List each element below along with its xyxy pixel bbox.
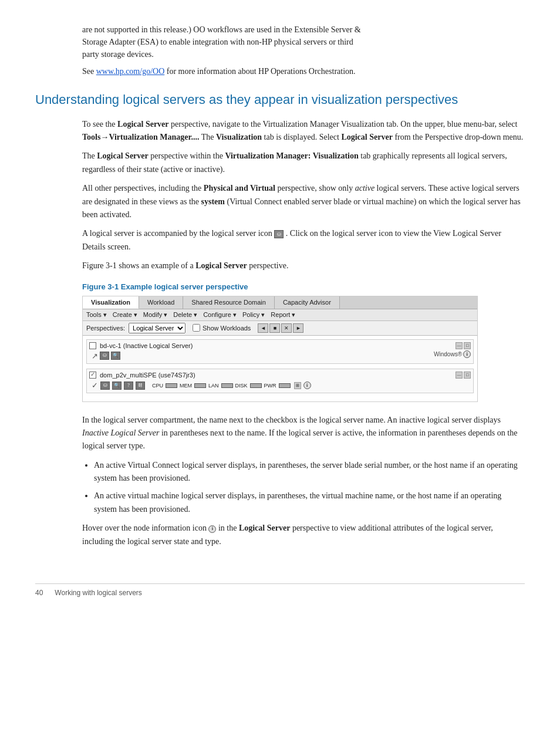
show-workloads-group: Show Workloads — [193, 324, 251, 332]
figure-caption: Figure 3-1 Example logical server perspe… — [82, 282, 478, 291]
tab-workload[interactable]: Workload — [139, 296, 183, 309]
cpu-label: CPU — [152, 383, 163, 389]
section-title: Understanding logical servers as they ap… — [35, 92, 525, 109]
server-2-right: — □ — [436, 372, 471, 379]
server-1-corner-btns: — □ — [456, 342, 471, 349]
lan-label: LAN — [208, 383, 219, 389]
footer-section: Working with logical servers — [55, 589, 142, 597]
figure-tab-bar: Visualization Workload Shared Resource D… — [83, 296, 477, 309]
resource-bar: CPU MEM LAN DISK PWR ⊞ i — [152, 382, 311, 389]
server-row-1: bd-vc-1 (Inactive Logical Server) ↗ ⛁ 🔍 … — [86, 339, 474, 364]
intro-line4-pre: See — [82, 67, 96, 76]
server-2-max-btn[interactable]: □ — [464, 372, 471, 379]
paragraph-3: All other perspectives, including the Ph… — [82, 182, 525, 221]
mem-label: MEM — [180, 383, 192, 389]
server-2-corner-btns: — □ — [456, 372, 471, 379]
nav-btn-4[interactable]: ► — [293, 323, 303, 333]
nav-btn-2[interactable]: ■ — [269, 323, 280, 333]
paragraph-2: The Logical Server perspective within th… — [82, 150, 525, 176]
tab-capacity-advisor[interactable]: Capacity Advisor — [275, 296, 340, 309]
server-2-bottom: ✓ ⛁ 🔍 ? ⛓ CPU MEM LAN DISK PWR — [89, 381, 436, 390]
disk-bar — [250, 383, 262, 388]
server-1-icons: ↗ ⛁ 🔍 — [89, 352, 434, 361]
perspective-bar: Perspectives: Logical Server Show Worklo… — [83, 321, 477, 336]
toolbar-modify[interactable]: Modify ▾ — [143, 311, 167, 319]
mem-bar — [194, 383, 206, 388]
nav-buttons: ◄ ■ ✕ ► — [258, 323, 303, 333]
hp-oo-link[interactable]: www.hp.com/go/OO — [96, 67, 165, 76]
toolbar-report[interactable]: Report ▾ — [271, 311, 295, 319]
intro-line4-post: for more information about HP Operations… — [164, 67, 355, 76]
info-icon-1[interactable]: i — [463, 350, 471, 358]
intro-link-line: See www.hp.com/go/OO for more informatio… — [82, 65, 525, 77]
bullet-list: An active Virtual Connect logical server… — [94, 459, 525, 517]
lan-bar — [221, 383, 233, 388]
tab-shared-resource-domain[interactable]: Shared Resource Domain — [183, 296, 275, 309]
show-workloads-checkbox[interactable] — [193, 324, 200, 332]
figure-toolbar: Tools ▾ Create ▾ Modify ▾ Delete ▾ Confi… — [83, 309, 477, 321]
diagonal-arrow-icon-1: ↗ — [92, 352, 98, 361]
toolbar-policy[interactable]: Policy ▾ — [242, 311, 265, 319]
bullet-1: An active Virtual Connect logical server… — [94, 459, 525, 485]
search-icon-1[interactable]: 🔍 — [111, 352, 120, 360]
server-2-checkbox[interactable] — [89, 372, 96, 379]
server-1-name: bd-vc-1 (Inactive Logical Server) — [100, 342, 193, 349]
question-icon-2[interactable]: ? — [124, 382, 133, 390]
server-row-2: dom_p2v_multiSPE (use74S7jr3) ✓ ⛁ 🔍 ? ⛓ … — [86, 369, 474, 393]
final-paragraph: Hover over the node information icon i i… — [82, 522, 525, 548]
server-2-min-btn[interactable]: — — [456, 372, 463, 379]
server-1-min-btn[interactable]: — — [456, 342, 463, 349]
checkmark-icon-2: ✓ — [92, 381, 98, 390]
toolbar-configure[interactable]: Configure ▾ — [203, 311, 237, 319]
show-workloads-label: Show Workloads — [203, 325, 251, 332]
disk-label: DISK — [235, 383, 248, 389]
server-1-checkbox[interactable] — [89, 342, 96, 349]
logical-server-icon-inline: ⛁ — [274, 230, 284, 238]
perspective-select[interactable]: Logical Server — [129, 323, 185, 333]
search-icon-2[interactable]: 🔍 — [112, 382, 122, 390]
server-icon-1[interactable]: ⛁ — [100, 352, 109, 360]
footer-page-number: 40 — [35, 589, 43, 597]
paragraph-1: To see the Logical Server perspective, n… — [82, 118, 525, 144]
intro-line1: are not supported in this release.) OO w… — [82, 25, 361, 34]
server-1-header: bd-vc-1 (Inactive Logical Server) — [89, 342, 434, 349]
server-area: bd-vc-1 (Inactive Logical Server) ↗ ⛁ 🔍 … — [83, 336, 477, 401]
perspective-label: Perspectives: — [86, 325, 125, 332]
footer: 40 Working with logical servers — [35, 583, 525, 597]
intro-line2: Storage Adapter (ESA) to enable integrat… — [82, 38, 353, 46]
pwr-label: PWR — [264, 383, 276, 389]
toolbar-tools[interactable]: Tools ▾ — [86, 311, 107, 319]
server-1-right: — □ Windows® i — [434, 342, 471, 358]
node-info-icon-inline: i — [208, 525, 216, 533]
nav-btn-1[interactable]: ◄ — [258, 323, 268, 333]
toolbar-delete[interactable]: Delete ▾ — [173, 311, 197, 319]
server-row-1-left: bd-vc-1 (Inactive Logical Server) ↗ ⛁ 🔍 — [89, 342, 434, 361]
after-figure-para: In the logical server compartment, the n… — [82, 414, 525, 453]
intro-line3: party storage devices. — [82, 50, 154, 59]
server-2-header: dom_p2v_multiSPE (use74S7jr3) — [89, 372, 436, 379]
tab-visualization[interactable]: Visualization — [83, 296, 139, 309]
paragraph-4: A logical server is accompanied by the l… — [82, 227, 525, 254]
nav-btn-3[interactable]: ✕ — [281, 323, 292, 333]
server-1-windows-badge: Windows® i — [434, 350, 471, 358]
server-2-name: dom_p2v_multiSPE (use74S7jr3) — [100, 372, 195, 379]
link-icon-2[interactable]: ⛓ — [136, 382, 145, 390]
paragraph-5: Figure 3-1 shows an example of a Logical… — [82, 259, 525, 272]
toolbar-create[interactable]: Create ▾ — [113, 311, 137, 319]
bullet-2: An active virtual machine logical server… — [94, 490, 525, 516]
cpu-bar — [166, 383, 177, 388]
pwr-bar — [279, 383, 291, 388]
intro-paragraph: are not supported in this release.) OO w… — [82, 23, 525, 60]
server-icon-2[interactable]: ⛁ — [100, 382, 110, 390]
server-2-expand-btn[interactable]: ⊞ — [294, 382, 301, 389]
figure-box: Visualization Workload Shared Resource D… — [82, 296, 478, 402]
server-1-max-btn[interactable]: □ — [464, 342, 471, 349]
windows-label: Windows® — [434, 351, 462, 357]
server-row-2-left: dom_p2v_multiSPE (use74S7jr3) ✓ ⛁ 🔍 ? ⛓ … — [89, 372, 436, 390]
info-icon-2[interactable]: i — [303, 382, 311, 389]
